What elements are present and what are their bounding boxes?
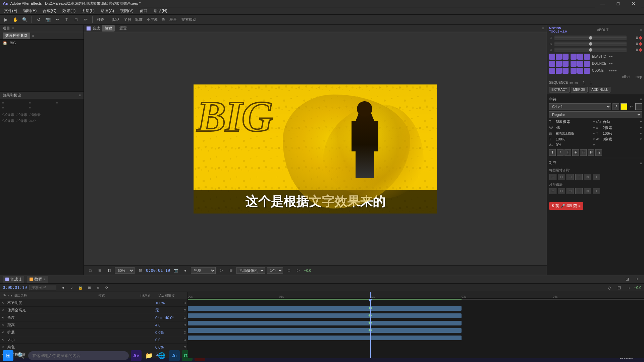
layer-vis-icon-6[interactable]: ☀ [1, 338, 6, 342]
effects-toggle-btn[interactable]: ⟳ [103, 284, 111, 292]
layer-vis-icon-5[interactable]: ☀ [1, 330, 6, 334]
auto-leading-value[interactable]: 自动 [603, 119, 639, 124]
comp-menu-icon[interactable]: ≡ [542, 26, 544, 30]
taskbar-ae-icon[interactable]: Ae [131, 350, 142, 361]
switches-btn[interactable]: ⊞ [85, 284, 93, 292]
shape-tool[interactable]: □ [72, 16, 80, 24]
bounce-cell-4[interactable] [571, 61, 577, 67]
layer-name-7[interactable]: 杂色 [7, 345, 154, 350]
mt-slider-2[interactable] [554, 42, 627, 46]
layer-value-6[interactable]: 0.0 [155, 338, 182, 342]
time-handle[interactable] [368, 299, 372, 303]
layer-value-2[interactable]: 无 [155, 308, 182, 313]
leading-dropdown[interactable]: ▾ [593, 126, 595, 130]
taskbar-browser-icon[interactable]: 🌐 [156, 350, 167, 361]
comp2-close[interactable]: ≡ [44, 278, 46, 281]
underline-btn[interactable]: T [565, 149, 571, 156]
effects-panel-menu[interactable]: ≡ [79, 94, 81, 97]
fill-color-swatch[interactable] [621, 103, 627, 110]
tsume-dropdown[interactable]: ▾ [593, 143, 595, 147]
layer-value-4[interactable]: 4.0 [155, 323, 182, 327]
add-marker-btn[interactable]: ◇ [606, 284, 614, 292]
align-bottom-btn[interactable]: ⊥ [593, 174, 600, 180]
camera-tool[interactable]: 📷 [44, 16, 52, 24]
auto-leading-dropdown[interactable]: ▾ [640, 120, 642, 124]
clone-cell-2[interactable] [556, 68, 562, 74]
elastic-cell-6[interactable] [584, 54, 590, 60]
fast-preview-btn[interactable]: ▷ [218, 267, 225, 274]
menu-window[interactable]: 窗口 [137, 7, 150, 14]
project-item-name[interactable]: BIG [10, 41, 16, 45]
layer-name-3[interactable]: 角度 [7, 315, 154, 320]
pen-tool[interactable]: ✒ [53, 16, 61, 24]
small-caps-btn[interactable]: T₁ [595, 149, 602, 156]
merge-button[interactable]: MERGE [571, 87, 588, 93]
comp1-tab[interactable]: 合成 1 [3, 276, 24, 283]
dist-top-btn[interactable]: ⊤ [575, 188, 583, 194]
align-left-btn[interactable]: ⊏ [549, 174, 556, 180]
comp-tutorial-tab[interactable]: 教程 [102, 25, 115, 32]
italic-btn[interactable]: T [557, 149, 564, 156]
motion-btn[interactable]: ◈ [94, 284, 102, 292]
solo-toggle-btn[interactable]: ● [59, 284, 67, 292]
bold-btn[interactable]: T [549, 149, 556, 156]
toggle-pixels-btn[interactable]: ⊞ [227, 267, 234, 274]
extract-button[interactable]: EXTRACT [549, 87, 570, 93]
layer-bar-5[interactable] [188, 336, 462, 340]
mt-keyframe-1[interactable] [639, 36, 642, 40]
resolution-btn[interactable]: □ [87, 267, 94, 274]
layer-name-4[interactable]: 距高 [7, 322, 154, 327]
timeline-add-btn[interactable]: + [633, 275, 641, 283]
v-scale-dropdown[interactable]: ▾ [593, 137, 595, 141]
v-scale-value[interactable]: 100% [556, 137, 592, 141]
dist-center-v-btn[interactable]: ⊠ [584, 188, 591, 194]
layer-bar-4[interactable] [188, 328, 462, 333]
guides-btn[interactable]: ⊞ [96, 267, 103, 274]
render-btn[interactable]: ▷ [294, 267, 302, 274]
snapshot-btn[interactable]: 📷 [172, 267, 179, 274]
fill-value[interactable]: 在填充上描边 [556, 131, 592, 136]
tsume-value[interactable]: 0% [556, 143, 592, 147]
superscript-btn[interactable]: Tr [580, 149, 587, 156]
effects-control-tab[interactable]: 效果控件 BIG [3, 33, 30, 39]
menu-comp[interactable]: 合成(C) [40, 7, 59, 14]
select-tool[interactable]: ▶ [2, 16, 10, 24]
clone-cell-1[interactable] [549, 68, 555, 74]
mt-about-btn[interactable]: ABOUT [597, 28, 608, 32]
view-select[interactable]: 1个 2个 [267, 267, 283, 274]
zoom-tool[interactable]: 🔍 [21, 16, 29, 24]
mt-keyframe-3[interactable] [639, 48, 642, 52]
h-scale-dropdown[interactable]: ▾ [640, 131, 642, 136]
elastic-cell-4[interactable] [571, 54, 577, 60]
add-null-button[interactable]: ADD NULL [589, 87, 610, 93]
layer-value-1[interactable]: 100% [155, 301, 182, 305]
layer-vis-icon-2[interactable]: ☀ [1, 308, 6, 312]
menu-help[interactable]: 帮助(H) [151, 7, 170, 14]
menu-file[interactable]: 文件(F) [1, 7, 20, 14]
fit-to-screen-btn[interactable]: ⊡ [137, 267, 144, 274]
panel-menu-icon[interactable]: ≡ [12, 26, 14, 30]
bounce-cell-6[interactable] [584, 61, 590, 67]
align-center-h-btn[interactable]: ⊟ [558, 174, 565, 180]
align-right-btn[interactable]: ⊐ [567, 174, 574, 180]
dist-left-btn[interactable]: ⊏ [549, 188, 556, 194]
leading-value[interactable]: 46 [556, 126, 592, 130]
layer-vis-icon-4[interactable]: ☀ [1, 323, 6, 327]
audio-toggle-btn[interactable]: ♪ [68, 284, 76, 292]
layer-name-5[interactable]: 扩展 [7, 330, 154, 335]
brush-tool[interactable]: ✏ [82, 16, 90, 24]
transparency-btn[interactable]: ◧ [105, 267, 113, 274]
seq-arrow-right[interactable]: ⇨ [575, 80, 579, 85]
comp-settings-tab[interactable]: 置置 [117, 25, 129, 32]
menu-effects[interactable]: 效果(T) [60, 7, 78, 14]
layer-value-5[interactable]: 0.0% [155, 330, 182, 335]
dist-center-h-btn[interactable]: ⊟ [558, 188, 565, 194]
layer-options-btn[interactable]: ⊡ [615, 284, 623, 292]
tracking-value[interactable]: 2像素 [603, 125, 639, 130]
all-caps-btn[interactable]: T² [588, 149, 594, 156]
sogou-input-btn[interactable]: S 英 🎤 ⌨ 🖼 ≡ [549, 202, 583, 210]
align-top-btn[interactable]: ⊤ [575, 174, 583, 180]
maximize-button[interactable]: □ [610, 0, 626, 7]
bounce-cell-5[interactable] [577, 61, 583, 67]
close-button[interactable]: ✕ [626, 0, 641, 7]
